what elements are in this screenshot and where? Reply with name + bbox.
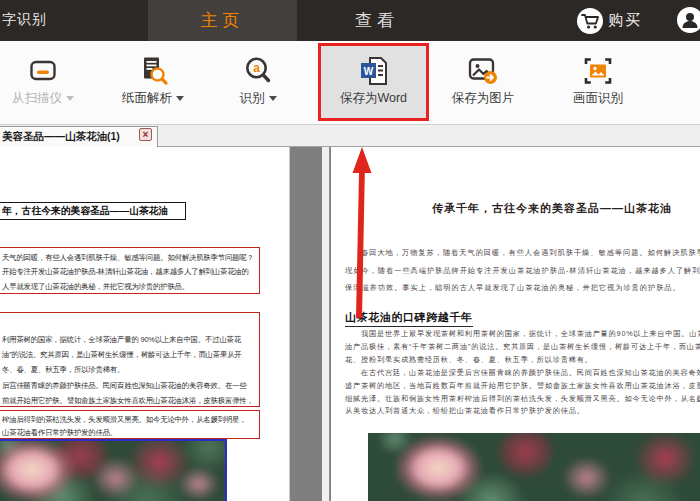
camellia-photo <box>0 439 227 501</box>
pane-divider[interactable] <box>322 147 330 501</box>
save-image-icon <box>465 53 501 88</box>
result-text-line: 油产品极佳，素有“千年茶树二两油”的说法。究其原因，是山茶树生长缓慢，树龄可达上… <box>345 341 700 354</box>
dropdown-arrow-icon <box>66 96 74 101</box>
screen-recognize-label: 画面识别 <box>573 90 623 107</box>
result-text-line: 现如今，随着一些高端护肤品牌开始专注开发山茶花油护肤品-林清轩山茶花油，越来越多… <box>345 262 700 280</box>
ocr-image-zone-camellia-photo <box>0 439 227 501</box>
toolbar-screen-recognize-button[interactable]: 画面识别 <box>553 41 643 124</box>
toolbar-paper-parse-button[interactable]: 纸面解析 <box>107 41 199 124</box>
ocr-text-zone: 榨油后得到的茶枯洗头发，头发顺滑又黑亮。如今无论中外，从名媛到明星， 山茶花油看… <box>0 410 260 439</box>
ocr-text-line: 利用茶树的国家，据统计，全球茶油产量的 90%以上来自中国。不过山茶花 <box>0 332 259 347</box>
result-text-line: 从美妆达人到普通大众，纷纷把山茶花油看作日常护肤护发的佳品。 <box>345 405 700 418</box>
screen-recognize-icon <box>581 53 615 88</box>
camellia-photo <box>368 433 700 501</box>
document-tab[interactable]: 美容圣品——山茶花油(1) <box>0 126 158 147</box>
app-title: 字识别 <box>2 11 47 29</box>
dropdown-arrow-icon <box>269 96 277 101</box>
scanner-icon <box>26 53 60 88</box>
tab-home[interactable]: 主页 <box>148 0 297 41</box>
toolbar-save-as-image-button[interactable]: 保存为图片 <box>437 41 529 124</box>
dropdown-arrow-icon <box>176 96 184 101</box>
ocr-text-line: 油”的说法。究其原因，是山茶树生长缓慢，树龄可达上千年，而山茶果从开 <box>0 347 259 362</box>
paper-parse-icon <box>136 53 170 88</box>
user-account-icon[interactable] <box>677 7 700 33</box>
topbar: 字识别 主页 查看 购买 <box>0 0 700 41</box>
save-as-word-label: 保存为Word <box>340 90 407 107</box>
result-title: 传承千年，古往今来的美容圣品——山茶花油 <box>331 201 700 216</box>
original-document-pane[interactable]: 年，古往今来的美容圣品——山茶花油 天气的回暖，有些人会遇到肌肤干燥、敏感等问题… <box>0 147 322 501</box>
result-text-line: 花、授粉到果实成熟需经历秋、冬、春、夏、秋五季，所以珍贵稀有。 <box>345 354 700 367</box>
buy-button[interactable]: 购买 <box>577 0 642 41</box>
close-icon[interactable] <box>139 128 152 141</box>
result-paragraph: 春回大地，万物复苏，随着天气的回暖，有些人会遇到肌肤干燥、敏感等问题。如何解决肌… <box>345 244 700 297</box>
result-text-line: 春回大地，万物复苏，随着天气的回暖，有些人会遇到肌肤干燥、敏感等问题。如何解决肌… <box>345 244 700 262</box>
content-area: 年，古往今来的美容圣品——山茶花油 天气的回暖，有些人会遇到肌肤干燥、敏感等问题… <box>0 147 700 501</box>
result-text-line: 我国是世界上最早发现茶树和利用茶树的国家，据统计，全球茶油产量的90%以上来自中… <box>345 328 700 341</box>
toolbar-from-scanner-button[interactable]: 从扫描仪 <box>0 41 86 124</box>
scanned-page: 年，古往今来的美容圣品——山茶花油 天气的回暖，有些人会遇到肌肤干燥、敏感等问题… <box>0 147 290 501</box>
recognize-icon: a <box>241 53 275 88</box>
ocr-text-line: 天气的回暖，有些人会遇到肌肤干燥、敏感等问题。如何解决肌肤季节问题呢？ <box>0 251 259 265</box>
recognize-label: 识别 <box>240 90 265 107</box>
toolbar: 从扫描仪 纸面解析 a 识别 W 保存为Word 保存为图片 <box>0 41 700 125</box>
app-window: 字识别 主页 查看 购买 从扫描仪 纸面解析 a <box>0 0 700 501</box>
svg-text:W: W <box>363 65 373 76</box>
ocr-text-line: 山茶花油看作日常护肤护发的佳品。 <box>0 426 259 439</box>
document-tab-title: 美容圣品——山茶花油(1) <box>0 130 120 142</box>
ocr-text-line: 开始专注开发山茶花油护肤品-林清轩山茶花油，越来越多人了解到山茶花油的 <box>0 265 259 279</box>
ocr-text-zone: 利用茶树的国家，据统计，全球茶油产量的 90%以上来自中国。不过山茶花 油”的说… <box>0 312 260 407</box>
ocr-text-line: 后宫佳丽青睐的养颜护肤佳品。民间百姓也深知山茶花油的美容奇效。在一些 <box>0 378 259 393</box>
from-scanner-label: 从扫描仪 <box>12 90 62 107</box>
toolbar-recognize-button[interactable]: a 识别 <box>214 41 302 124</box>
svg-text:a: a <box>253 61 260 75</box>
result-subheading: 山茶花油的口碑跨越千年 <box>345 310 473 327</box>
result-paragraph: 我国是世界上最早发现茶树和利用茶树的国家，据统计，全球茶油产量的90%以上来自中… <box>345 328 700 418</box>
ocr-text-line: 前就开始用它护肤。譬如畲族土家族女性喜欢用山茶花油沐浴，皮肤极富弹性， <box>0 393 259 407</box>
paper-parse-label: 纸面解析 <box>122 90 172 107</box>
ocr-text-line: 人早就发现了山茶花油的奥秘，并把它视为珍贵的护肤品。 <box>0 280 259 294</box>
cart-icon <box>577 8 603 34</box>
ocr-title-zone: 年，古往今来的美容圣品——山茶花油 <box>0 202 186 220</box>
result-text-line: 在古代宫廷，山茶花油是深受后宫佳丽青睐的养颜护肤佳品。民间百姓也深知山茶花油的美… <box>345 367 700 380</box>
tab-view[interactable]: 查看 <box>302 0 452 41</box>
result-document-pane[interactable]: 传承千年，古往今来的美容圣品——山茶花油 春回大地，万物复苏，随着天气的回暖，有… <box>331 147 700 501</box>
toolbar-save-as-word-button[interactable]: W 保存为Word <box>318 43 429 121</box>
result-text-line: 保湿滋养功效。事实上，聪明的古人早就发现了山茶花油的奥秘，并把它视为珍贵的护肤品… <box>345 279 700 297</box>
result-text-line: 盛产茶树的地区，当地百姓数百年前就开始用它护肤。譬如畲族土家族女性喜欢用山茶花油… <box>345 380 700 393</box>
ocr-text-line: 榨油后得到的茶枯洗头发，头发顺滑又黑亮。如今无论中外，从名媛到明星， <box>0 413 259 426</box>
ocr-text-zone: 天气的回暖，有些人会遇到肌肤干燥、敏感等问题。如何解决肌肤季节问题呢？ 开始专注… <box>0 247 260 294</box>
document-tabbar: 美容圣品——山茶花油(1) <box>0 125 700 147</box>
word-doc-icon: W <box>356 53 392 88</box>
buy-label: 购买 <box>608 11 642 30</box>
result-text-line: 细腻光泽。壮族和侗族女性用茶籽榨油后得到的茶枯洗头发，头发顺滑又黑亮。如今无论中… <box>345 393 700 406</box>
result-camellia-photo <box>368 433 700 501</box>
ocr-text-line: 冬、春、夏、秋五季，所以珍贵稀有。 <box>0 362 259 377</box>
save-as-image-label: 保存为图片 <box>452 90 515 107</box>
